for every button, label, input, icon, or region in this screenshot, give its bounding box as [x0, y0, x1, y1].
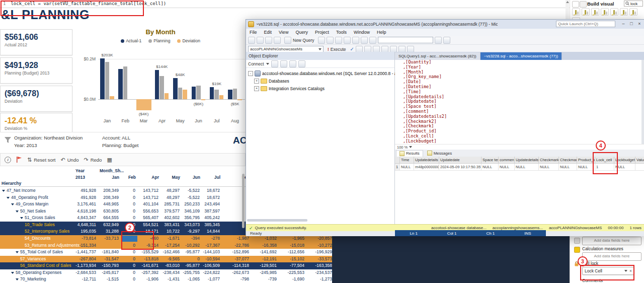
- menu-edit[interactable]: Edit: [261, 30, 276, 35]
- table-row-56-standard-cost-of-sales[interactable]: 56_Standard Cost of Sales-1,173,934-150,…: [0, 262, 335, 269]
- grid-cell[interactable]: NULL: [515, 164, 539, 171]
- bar-actual-1[interactable]: [173, 78, 178, 99]
- value-cell[interactable]: -257,392: [138, 269, 158, 276]
- value-cell[interactable]: 3,176,461: [74, 201, 96, 208]
- legend-item-planning[interactable]: Planning: [148, 38, 170, 43]
- value-cell[interactable]: -9,565: [161, 256, 180, 263]
- row-label[interactable]: 70_Marketing: [16, 276, 46, 283]
- value-cell[interactable]: 565,407: [138, 215, 158, 222]
- refresh-icon[interactable]: [298, 60, 305, 67]
- value-cell[interactable]: 4,648,311: [74, 222, 96, 229]
- menu-window[interactable]: Window: [350, 30, 373, 35]
- grid-column-header[interactable]: comment: [499, 157, 515, 164]
- value-cell[interactable]: 491,928: [74, 194, 96, 201]
- value-cell[interactable]: -37,077: [222, 256, 249, 263]
- flag-icon[interactable]: [16, 157, 22, 163]
- value-cell[interactable]: -1,690: [279, 276, 304, 283]
- menu-view[interactable]: View: [275, 30, 292, 35]
- pivot-month-label[interactable]: Month_Sh...: [100, 168, 124, 173]
- value-cell[interactable]: 343,073: [182, 222, 200, 229]
- value-cell[interactable]: 285,731: [161, 201, 180, 208]
- value-cell[interactable]: -31,547: [99, 256, 119, 263]
- bar-deviation[interactable]: [183, 90, 187, 99]
- value-cell[interactable]: -5,522: [182, 187, 200, 194]
- value-cell[interactable]: -129,501: [252, 262, 277, 269]
- pane-collapse-icon[interactable]: [572, 1, 579, 8]
- value-cell[interactable]: 0: [182, 256, 200, 263]
- maximize-button[interactable]: □: [627, 21, 635, 28]
- value-cell[interactable]: -114,318: [222, 262, 249, 269]
- ssms-window[interactable]: ~vs3228.sql - accotool-showcase.database…: [246, 19, 644, 236]
- value-cell[interactable]: 31,288: [99, 228, 119, 235]
- value-cell[interactable]: 250,233: [182, 201, 200, 208]
- tab-messages[interactable]: Messages: [424, 150, 455, 156]
- month-header-jul[interactable]: Jul: [202, 175, 220, 180]
- bar-planning[interactable]: [105, 62, 110, 99]
- menu-query[interactable]: Query: [292, 30, 311, 35]
- grid-column-header[interactable]: Time: [400, 157, 414, 164]
- ssms-title-bar[interactable]: ~vs3228.sql - accotool-showcase.database…: [246, 20, 644, 29]
- value-cell[interactable]: -150,793: [99, 262, 119, 269]
- value-cell[interactable]: -15,018: [279, 242, 304, 249]
- value-cell[interactable]: 556,653: [138, 208, 158, 215]
- collapse-icon[interactable]: -: [248, 71, 253, 76]
- value-cell[interactable]: -1,273: [307, 276, 332, 283]
- bar-actual-1[interactable]: [118, 69, 123, 99]
- visual-type-icon[interactable]: [582, 8, 590, 16]
- value-cell[interactable]: 632,949: [99, 222, 119, 229]
- pane-pin-icon[interactable]: [580, 1, 587, 8]
- expand-caret-icon[interactable]: [16, 278, 19, 280]
- object-explorer-header[interactable]: Object Explorer: [246, 52, 394, 60]
- value-cell[interactable]: -95,877: [182, 262, 200, 269]
- row-label[interactable]: 54_Discounts: [25, 235, 51, 242]
- tab-sqlquery1[interactable]: SQLQuery1.sql - acc...showcasemsdk (82)): [395, 52, 480, 60]
- value-cell[interactable]: -12,191: [252, 256, 277, 263]
- kpi-card-planning[interactable]: $491,928 Planning (Budget) 2013: [0, 57, 72, 84]
- bar-actual-1[interactable]: [192, 87, 196, 99]
- expand-caret-icon[interactable]: [7, 197, 10, 199]
- value-cell[interactable]: -1,671: [161, 235, 180, 242]
- value-cell[interactable]: -234,537: [307, 269, 332, 276]
- value-cell[interactable]: 208,349: [99, 194, 119, 201]
- value-cell[interactable]: 346,109: [182, 208, 200, 215]
- value-cell[interactable]: 630,805: [99, 208, 119, 215]
- menu-file[interactable]: File: [246, 30, 261, 35]
- value-cell[interactable]: -10,594: [202, 256, 220, 263]
- menu-project[interactable]: Project: [311, 30, 333, 35]
- expand-caret-icon[interactable]: [2, 190, 5, 192]
- expand-caret-icon[interactable]: [16, 210, 19, 213]
- data-fields-dropzone[interactable]: Add data fields here: [582, 237, 641, 245]
- grid-column-header[interactable]: Updatedetails: [414, 157, 439, 164]
- value-cell[interactable]: -394: [182, 235, 200, 242]
- save-all-icon[interactable]: [274, 37, 281, 44]
- value-cell[interactable]: -9,297: [182, 228, 200, 235]
- row-label[interactable]: 47_Net Income: [2, 187, 36, 194]
- month-header-jan[interactable]: Jan: [99, 175, 119, 180]
- value-cell[interactable]: 143,712: [138, 187, 158, 194]
- value-cell[interactable]: 243,494: [202, 201, 220, 208]
- grid-column-header[interactable]: Updatedetails2: [515, 157, 539, 164]
- table-row-55-total-cost-of-sales[interactable]: 55_Total Cost of Sales-1,441,737-181,840…: [0, 249, 335, 256]
- value-cell[interactable]: -798: [222, 276, 249, 283]
- row-label[interactable]: 58_Operating Expenses: [11, 269, 61, 276]
- help-icon[interactable]: [443, 37, 450, 44]
- connect-button[interactable]: Connect: [248, 61, 264, 66]
- oe-toolbar-icon[interactable]: [289, 60, 296, 67]
- value-cell[interactable]: -224,822: [202, 269, 220, 276]
- oe-toolbar-icon[interactable]: [271, 60, 278, 67]
- value-cell[interactable]: 0: [121, 201, 135, 208]
- tab-results[interactable]: Results: [396, 150, 423, 157]
- month-header-jun[interactable]: Jun: [182, 175, 200, 180]
- value-cell[interactable]: 379,577: [161, 208, 180, 215]
- value-cell[interactable]: 0: [121, 249, 135, 256]
- value-cell[interactable]: 143,712: [138, 194, 158, 201]
- value-cell[interactable]: -181,840: [99, 249, 119, 256]
- value-cell[interactable]: -278: [202, 235, 220, 242]
- minimize-button[interactable]: –: [619, 21, 627, 28]
- grid-cell[interactable]: NULL: [539, 164, 559, 171]
- grid-column-header[interactable]: Checkmark: [559, 157, 577, 164]
- value-cell[interactable]: -1,032: [252, 235, 277, 242]
- execute-button[interactable]: !Execute: [325, 47, 349, 52]
- value-cell[interactable]: -141,671: [138, 262, 158, 269]
- value-cell[interactable]: -15,102: [279, 256, 304, 263]
